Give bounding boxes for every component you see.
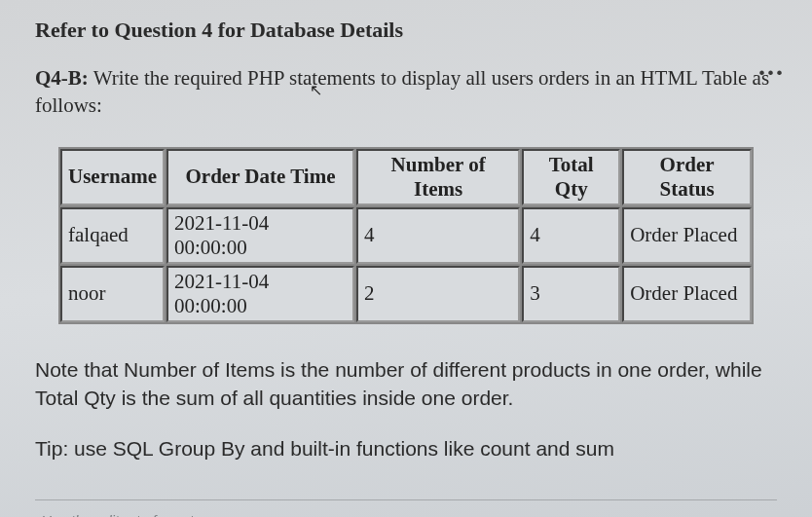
col-username: Username [60,149,165,205]
table-header-row: Username Order Date Time Number of Items… [60,149,752,205]
table-row: noor 2021-11-04 00:00:00 2 3 Order Place… [60,266,752,322]
cell-qty: 4 [522,207,620,264]
note-text: Note that Number of Items is the number … [35,355,777,413]
tip-text: Tip: use SQL Group By and built-in funct… [35,437,777,461]
cell-status: Order Placed [622,266,752,322]
more-icon[interactable]: ... [758,51,785,82]
col-total-qty: Total Qty [522,149,620,205]
question-label: Q4-B: [35,66,89,90]
cell-date: 2021-11-04 00:00:00 [166,266,354,322]
col-number-items: Number of Items [356,149,520,205]
question-text: Q4-B: Write the required PHP statements … [35,64,777,120]
question-body: Write the required PHP statements to dis… [35,66,769,117]
cell-status: Order Placed [622,207,752,264]
editor-placeholder[interactable]: Use the editor to format your answer [35,512,777,517]
orders-table-wrapper: Username Order Date Time Number of Items… [58,147,754,324]
divider [35,499,777,500]
orders-table: Username Order Date Time Number of Items… [58,147,754,324]
cell-username: noor [60,266,165,322]
table-row: falqaed 2021-11-04 00:00:00 4 4 Order Pl… [60,207,752,264]
cell-items: 2 [356,266,520,322]
cell-date: 2021-11-04 00:00:00 [166,207,354,264]
col-order-date: Order Date Time [166,149,354,205]
cell-items: 4 [356,207,520,264]
cell-username: falqaed [60,207,165,264]
document-page: Refer to Question 4 for Database Details… [0,0,812,517]
col-order-status: Order Status [622,149,752,205]
page-title: Refer to Question 4 for Database Details [35,18,777,43]
cell-qty: 3 [522,266,620,322]
